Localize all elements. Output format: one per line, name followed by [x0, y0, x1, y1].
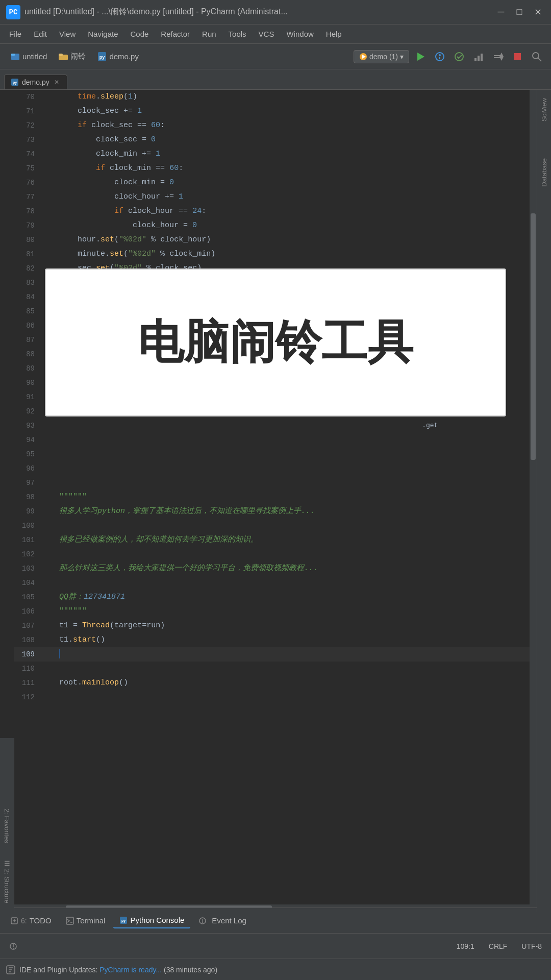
python-console-icon: py: [119, 916, 128, 924]
svg-point-35: [13, 948, 14, 949]
code-line-78: 78 if clock_hour == 24:: [14, 204, 537, 218]
code-line-74: 74 clock_min += 1: [14, 147, 537, 161]
code-line-73: 73 clock_sec = 0: [14, 133, 537, 147]
terminal-tab-label: Terminal: [77, 916, 106, 925]
todo-tab-num: 6:: [21, 917, 27, 925]
popup-dialog: 电脑闹铃工具: [45, 268, 506, 416]
python-file-icon: py: [97, 52, 107, 62]
minimize-button[interactable]: ─: [494, 5, 508, 19]
status-right: 109:1 CRLF UTF-8: [454, 941, 545, 951]
terminal-tab[interactable]: Terminal: [60, 913, 112, 928]
profile-button[interactable]: [470, 48, 487, 65]
line-ending[interactable]: CRLF: [486, 941, 511, 951]
code-line-95: 95: [14, 447, 537, 461]
tab-label: demo.py: [22, 78, 49, 86]
terminal-icon: [66, 917, 74, 925]
vertical-scrollbar[interactable]: [530, 90, 537, 912]
menu-edit[interactable]: Edit: [29, 28, 52, 40]
right-side-panel: SciView Database: [537, 90, 551, 912]
event-log-tab[interactable]: i Event Log: [192, 913, 253, 928]
code-line-108: 108 t1.start(): [14, 633, 537, 647]
code-line-70: 70 time.sleep(1): [14, 90, 537, 104]
menu-view[interactable]: View: [54, 28, 81, 40]
notification-bar: IDE and Plugin Updates: PyCharm is ready…: [0, 959, 551, 980]
project-indicator[interactable]: [6, 941, 20, 951]
menu-file[interactable]: File: [4, 28, 27, 40]
python-console-tab-label: Python Console: [130, 916, 184, 924]
code-line-102: 102: [14, 547, 537, 561]
menu-vcs[interactable]: VCS: [254, 28, 280, 40]
code-line-111: 111 root.mainloop(): [14, 676, 537, 690]
event-log-icon: i: [198, 917, 207, 925]
run-dropdown-arrow: ▾: [400, 53, 404, 61]
code-line-96: 96: [14, 461, 537, 476]
breadcrumb-file[interactable]: py demo.py: [93, 50, 143, 64]
coverage-icon: [454, 51, 465, 62]
cursor-position[interactable]: 109:1: [454, 941, 478, 951]
breadcrumb-project[interactable]: untitled: [6, 50, 51, 64]
svg-point-20: [533, 53, 539, 59]
folder-icon: [58, 53, 68, 61]
menu-navigate[interactable]: Navigate: [83, 28, 123, 40]
stop-button[interactable]: [509, 48, 525, 65]
menu-code[interactable]: Code: [125, 28, 154, 40]
svg-text:py: py: [99, 55, 105, 60]
scrollbar-thumb[interactable]: [531, 213, 536, 460]
run-icon: [415, 51, 426, 62]
database-label[interactable]: Database: [538, 154, 550, 191]
menu-window[interactable]: Window: [281, 28, 318, 40]
status-bar: 109:1 CRLF UTF-8: [0, 933, 551, 959]
run-config-label: demo (1): [369, 53, 398, 61]
menu-run[interactable]: Run: [197, 28, 221, 40]
file-label: demo.py: [109, 52, 139, 61]
tab-close-icon[interactable]: ✕: [53, 78, 61, 86]
structure2-label[interactable]: ☰ 2: Structure: [1, 855, 13, 908]
maximize-button[interactable]: □: [512, 5, 527, 19]
profile-icon: [473, 51, 484, 62]
event-log-tab-label: Event Log: [212, 916, 246, 925]
search-icon: [531, 51, 542, 62]
breadcrumb-folder[interactable]: 闹铃: [54, 50, 90, 63]
tab-demo-py[interactable]: py demo.py ✕: [4, 75, 67, 89]
code-editor[interactable]: 70 time.sleep(1) 71 clock_sec += 1 72 if…: [14, 90, 537, 912]
popup-title: 电脑闹铃工具: [138, 311, 413, 374]
notification-link[interactable]: PyCharm is ready...: [99, 966, 162, 974]
svg-rect-19: [514, 53, 521, 60]
code-line-80: 80 hour.set("%02d" % clock_hour): [14, 233, 537, 247]
line-ending-label: CRLF: [489, 942, 508, 950]
coverage-button[interactable]: [451, 48, 467, 65]
close-button[interactable]: ✕: [531, 5, 545, 19]
code-line-110: 110: [14, 662, 537, 676]
code-line-97: 97: [14, 476, 537, 490]
menu-tools[interactable]: Tools: [223, 28, 252, 40]
code-line-81: 81 minute.set("%02d" % clock_min): [14, 247, 537, 261]
python-console-tab[interactable]: py Python Console: [113, 913, 190, 928]
menu-bar: File Edit View Navigate Code Refactor Ru…: [0, 24, 551, 44]
favorites-label[interactable]: 2: Favorites: [1, 804, 13, 847]
menu-refactor[interactable]: Refactor: [156, 28, 195, 40]
menu-help[interactable]: Help: [321, 28, 347, 40]
project-status-icon: [9, 942, 17, 950]
run-button[interactable]: [412, 48, 429, 65]
run-config-icon: [359, 53, 367, 61]
build-button[interactable]: [490, 48, 506, 65]
build-icon: [492, 51, 504, 62]
code-line-79: 79 clock_hour = 0: [14, 218, 537, 233]
debug-button[interactable]: [432, 48, 448, 65]
toolbar: untitled 闹铃 py demo.py demo (1) ▾: [0, 44, 551, 69]
code-line-93: 93 .get: [14, 419, 537, 433]
encoding[interactable]: UTF-8: [518, 941, 545, 951]
app-icon: PC: [6, 5, 20, 19]
code-line-103: 103 那么针对这三类人，我给大家提供一个好的学习平台，免费领取视频教程...: [14, 561, 537, 576]
svg-line-21: [538, 58, 541, 61]
python-tab-icon: py: [11, 78, 19, 86]
code-line-72: 72 if clock_sec == 60:: [14, 118, 537, 133]
run-config-selector[interactable]: demo (1) ▾: [354, 50, 409, 63]
encoding-label: UTF-8: [521, 942, 542, 950]
svg-point-10: [439, 54, 441, 56]
search-button[interactable]: [529, 48, 545, 65]
svg-rect-11: [439, 57, 440, 59]
bottom-toolbar: 6: TODO Terminal py Python Console i Eve…: [0, 908, 551, 933]
sciview-label[interactable]: SciView: [538, 94, 550, 126]
todo-tab[interactable]: 6: TODO: [4, 913, 58, 928]
